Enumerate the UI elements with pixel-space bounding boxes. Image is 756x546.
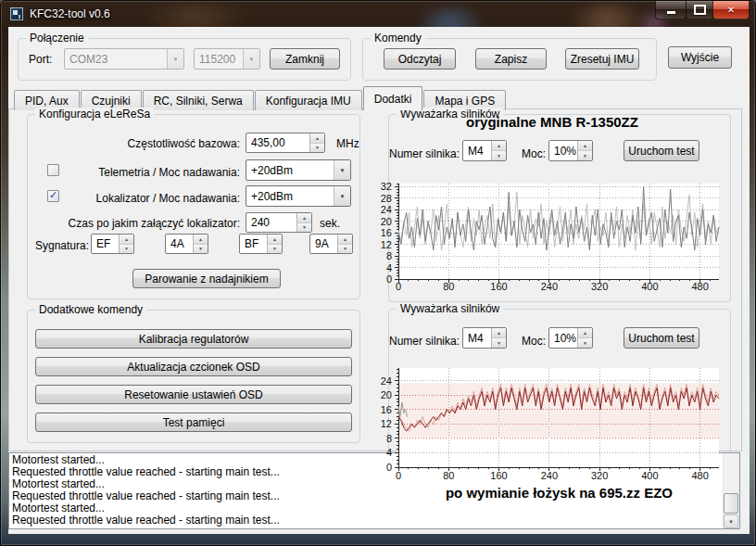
minimize-button[interactable] [655,1,687,19]
locator-power-select[interactable]: +20dBm ▼ [246,185,351,207]
telemetry-checkbox[interactable] [47,164,59,176]
baud-select-value: 115200 [199,53,235,66]
spin-down-icon[interactable]: ▼ [578,338,592,348]
svg-text:4: 4 [386,447,392,458]
power-value-2: 10% [549,328,577,348]
pair-transmitter-button[interactable]: Parowanie z nadajnikiem [132,269,281,288]
tab-dodatki[interactable]: Dodatki [363,86,423,110]
svg-text:20: 20 [381,216,392,227]
mhz-label: MHz [336,137,359,150]
sek-label: sek. [320,217,340,230]
spin-down-icon[interactable]: ▼ [492,338,506,348]
spin-up-icon[interactable]: ▲ [578,328,592,338]
vibration-chart-2: 04812162024080160240320400480 [365,362,726,487]
svg-text:4: 4 [386,262,392,273]
exit-button[interactable]: Wyjście [668,46,732,69]
svg-text:24: 24 [381,375,392,387]
svg-text:24: 24 [381,204,392,215]
motor-number-label-2: Numer silnika: [384,335,460,348]
read-button[interactable]: Odczytaj [384,48,456,70]
spin-up-icon[interactable]: ▲ [194,235,208,245]
close-button[interactable]: ✕ [712,1,750,19]
signature-value-0: EF [92,235,119,253]
spin-up-icon[interactable]: ▲ [120,235,133,245]
base-frequency-spinner[interactable]: 435,00 ▲▼ [246,133,325,153]
locator-delay-value: 240 [246,213,296,232]
svg-text:0: 0 [396,470,401,481]
signature-value-1: 4A [166,235,193,253]
signature-spinner-1[interactable]: 4A ▲▼ [165,234,208,254]
app-window: KFC32-tool v0.6 ✕ Połączenie Port: COM23… [0,0,756,546]
reset-osd-settings-button[interactable]: Resetowanie ustawień OSD [35,385,352,404]
check-icon: ✓ [49,190,57,200]
reset-imu-button[interactable]: Zresetuj IMU [565,48,639,70]
signature-spinner-3[interactable]: 9A ▲▼ [309,234,353,254]
signature-label: Sygnatura: [35,239,89,252]
run-test-button-2[interactable]: Uruchom test [624,327,699,349]
spin-up-icon[interactable]: ▲ [297,213,311,223]
motor-number-label-1: Numer silnika: [384,147,460,160]
spin-up-icon[interactable]: ▲ [310,133,324,144]
spin-down-icon[interactable]: ▼ [268,245,282,254]
spin-down-icon[interactable]: ▼ [578,151,592,160]
power-spinner-1[interactable]: 10% ▲▼ [548,140,593,161]
signature-spinner-0[interactable]: EF ▲▼ [91,234,134,254]
scroll-down-icon: ▼ [728,519,734,525]
spin-down-icon[interactable]: ▼ [297,223,311,233]
chart2-caption: po wymianie łożysk na 695.zz EZO [399,485,719,501]
spin-down-icon[interactable]: ▼ [492,151,506,160]
save-button[interactable]: Zapisz [475,48,547,70]
locator-checkbox[interactable]: ✓ [47,190,59,202]
locator-delay-spinner[interactable]: 240 ▲▼ [246,212,312,233]
titlebar[interactable]: KFC32-tool v0.6 ✕ [1,1,756,27]
motor-number-spinner-1[interactable]: M4 ▲▼ [462,140,507,161]
maximize-button[interactable] [686,1,713,19]
log-scrollbar-thumb[interactable] [724,493,738,514]
spin-up-icon[interactable]: ▲ [492,328,506,338]
spin-down-icon[interactable]: ▼ [310,144,324,153]
chevron-down-icon: ▼ [334,160,350,180]
spin-down-icon[interactable]: ▼ [194,245,208,254]
base-frequency-label: Częstotliwość bazowa: [75,137,240,150]
spin-down-icon[interactable]: ▼ [120,245,133,254]
balancer2-group-label: Wyważarka silników [397,302,503,315]
update-osd-fonts-button[interactable]: Aktualizacja czcionek OSD [35,357,352,376]
commands-group-label: Komendy [371,32,425,44]
tab-rc-silniki-serwa[interactable]: RC, Silniki, Serwa [143,90,254,110]
extra-commands-group-label: Dodatkowe komendy [35,303,146,316]
signature-value-3: 9A [310,235,337,253]
log-line: Requested throttle value reached - start… [12,514,739,527]
minimize-icon [667,11,675,14]
calibrate-regulators-button[interactable]: Kalibracja regulatorów [35,329,352,349]
signature-spinner-2[interactable]: BF ▲▼ [239,234,283,254]
port-select[interactable]: COM23 ▼ [64,48,184,70]
close-connection-button[interactable]: Zamknij [270,48,340,70]
svg-text:8: 8 [386,250,392,261]
telemetry-label: Telemetria / Moc nadawania: [75,166,240,179]
tab-konfiguracja-imu[interactable]: Konfiguracja IMU [255,90,362,110]
spin-up-icon[interactable]: ▲ [338,235,352,245]
log-scrollbar-down-button[interactable]: ▼ [724,514,738,528]
power-spinner-2[interactable]: 10% ▲▼ [548,327,593,349]
spin-down-icon[interactable]: ▼ [338,245,352,254]
motor-number-spinner-2[interactable]: M4 ▲▼ [462,327,507,349]
svg-text:480: 480 [691,281,708,292]
svg-text:160: 160 [490,470,507,481]
run-test-button-1[interactable]: Uruchom test [624,140,699,161]
svg-text:80: 80 [443,470,454,481]
baud-select[interactable]: 115200 ▼ [194,48,260,70]
vibration-chart-1: 048121620242832080160240320400480 [365,177,726,299]
signature-value-2: BF [240,235,267,253]
spin-up-icon[interactable]: ▲ [578,141,592,151]
svg-text:80: 80 [443,281,454,292]
motor-number-value-2: M4 [463,328,491,348]
locator-power-value: +20dBm [251,190,293,203]
svg-text:240: 240 [541,470,558,481]
telemetry-power-select[interactable]: +20dBm ▼ [246,159,351,181]
spin-up-icon[interactable]: ▲ [268,235,282,245]
memory-test-button[interactable]: Test pamięci [35,413,352,432]
close-icon: ✕ [727,6,735,15]
spin-up-icon[interactable]: ▲ [492,141,506,151]
window-title: KFC32-tool v0.6 [30,7,110,20]
svg-text:16: 16 [381,404,392,415]
